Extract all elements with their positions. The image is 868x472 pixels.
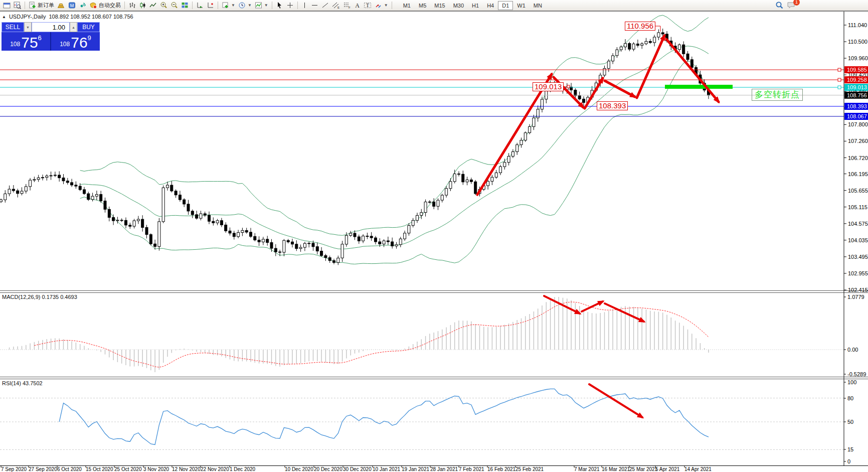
timeframe-MN[interactable]: MN [530, 1, 546, 10]
svg-text:106.195: 106.195 [848, 171, 868, 177]
trend-arrow[interactable] [554, 77, 583, 107]
zoom-in-icon[interactable] [158, 1, 169, 10]
mql-community-icon[interactable]: M [67, 1, 77, 10]
svg-text:16 Mar 2021: 16 Mar 2021 [602, 466, 630, 472]
svg-text:28 Jan 2021: 28 Jan 2021 [430, 466, 458, 472]
toolbar: 新订单 M 自动交易 ▼ ▼ ▼ E F A T ▼ M1M5M15M30H1H… [0, 0, 868, 11]
svg-text:6 Oct 2020: 6 Oct 2020 [57, 466, 82, 472]
arrows-tool[interactable]: ▼ [373, 1, 390, 10]
timeframe-M1[interactable]: M1 [399, 1, 415, 10]
turning-point-label[interactable]: 多空转折点 [752, 89, 803, 101]
timeframe-M5[interactable]: M5 [415, 1, 430, 10]
svg-text:104.035: 104.035 [848, 237, 868, 243]
green-highlight-bar[interactable] [665, 85, 733, 89]
timeframe-H4[interactable]: H4 [483, 1, 498, 10]
buy-button[interactable]: BUY [77, 22, 100, 32]
svg-text:E: E [337, 6, 339, 9]
gold-icon[interactable] [56, 1, 67, 10]
trend-arrow[interactable] [582, 301, 603, 311]
svg-text:107.800: 107.800 [848, 121, 868, 127]
separator [218, 2, 218, 9]
sell-price-point: 6 [38, 34, 42, 42]
annotation-price-label[interactable]: 109.013 [533, 82, 564, 91]
fibonacci-tool[interactable]: F [341, 1, 353, 10]
autotrade-button[interactable]: 自动交易 [88, 1, 122, 10]
trend-arrow[interactable] [666, 39, 719, 102]
annotation-price-label[interactable]: 108.393 [597, 101, 628, 110]
rsi-indicator-label: RSI(14) 43.7502 [2, 380, 43, 386]
chart-canvas[interactable]: 111.040110.500109.960109.420108.880108.3… [0, 0, 868, 472]
svg-text:12 Nov 2020: 12 Nov 2020 [172, 466, 201, 472]
buy-price-point: 9 [88, 34, 91, 42]
line-handle[interactable] [838, 68, 841, 71]
new-order-button[interactable]: 新订单 [27, 1, 56, 10]
svg-text:14 Apr 2021: 14 Apr 2021 [684, 466, 712, 472]
search-icon[interactable] [775, 1, 784, 10]
svg-text:10 Dec 2020: 10 Dec 2020 [285, 466, 313, 472]
annotation-price-label[interactable]: 110.956 [625, 22, 655, 31]
sell-price-figure: 108 [10, 41, 20, 48]
indicators-button[interactable]: ▼ [253, 1, 270, 10]
buy-price[interactable]: 108 76 9 [51, 32, 100, 51]
zoom-out-icon[interactable] [169, 1, 180, 10]
line-handle[interactable] [838, 78, 841, 81]
timeframe-M15[interactable]: M15 [430, 1, 449, 10]
svg-text:-0.5289: -0.5289 [847, 371, 866, 377]
svg-text:16 Feb 2021: 16 Feb 2021 [487, 466, 516, 472]
svg-text:102.955: 102.955 [848, 270, 868, 276]
svg-text:105.115: 105.115 [848, 204, 867, 210]
cursor-tool[interactable] [274, 1, 285, 10]
trend-arrow[interactable] [605, 81, 635, 97]
svg-text:T: T [366, 3, 369, 8]
collapse-icon[interactable]: ▲ [2, 15, 6, 19]
trend-arrow[interactable] [589, 384, 642, 417]
timeframe-D1[interactable]: D1 [498, 1, 513, 10]
new-chart-icon [222, 2, 229, 9]
bar-chart-icon[interactable] [127, 1, 137, 10]
chart-preview-icon[interactable] [12, 1, 23, 10]
window-icon[interactable] [2, 1, 12, 10]
toolbar-right: 1 [775, 1, 866, 10]
bollinger-mid [80, 46, 709, 249]
candlestick-chart-icon[interactable] [137, 1, 148, 10]
timeframe-W1[interactable]: W1 [513, 1, 530, 10]
chart-shift-icon[interactable] [205, 1, 216, 10]
new-chart-button[interactable]: ▼ [220, 1, 237, 10]
svg-text:10 Jan 2021: 10 Jan 2021 [373, 466, 400, 472]
period-button[interactable]: ▼ [237, 1, 253, 10]
line-handle[interactable] [838, 86, 841, 89]
svg-text:25 Oct 2020: 25 Oct 2020 [114, 466, 142, 472]
notifications-icon[interactable]: 1 [787, 1, 796, 10]
chevron-down-icon: ▼ [264, 3, 268, 8]
tile-windows-icon[interactable] [180, 1, 190, 10]
text-label-tool[interactable]: T [362, 1, 373, 10]
volume-input[interactable]: 1.00 [32, 22, 70, 32]
trend-arrow[interactable] [477, 74, 552, 195]
svg-text:80: 80 [847, 395, 853, 401]
sell-price[interactable]: 108 75 6 [2, 32, 50, 51]
svg-text:22 Nov 2020: 22 Nov 2020 [201, 466, 229, 472]
macd-indicator-label: MACD(12,26,9) 0.1735 0.4693 [2, 294, 77, 300]
trend-arrow[interactable] [544, 296, 580, 313]
svg-text:25 Mar 2021: 25 Mar 2021 [629, 466, 658, 472]
volume-up-button[interactable]: ▲ [70, 22, 77, 32]
trendline-tool[interactable] [320, 1, 330, 10]
signals-icon[interactable] [77, 1, 88, 10]
buy-price-figure: 108 [60, 41, 70, 48]
volume-down-button[interactable]: ▼ [24, 22, 32, 32]
svg-text:109.258: 109.258 [847, 77, 867, 83]
horizontal-line-tool[interactable] [309, 1, 320, 10]
svg-text:19 Jan 2021: 19 Jan 2021 [402, 466, 429, 472]
vertical-line-tool[interactable] [300, 1, 309, 10]
timeframe-H1[interactable]: H1 [468, 1, 483, 10]
crosshair-tool[interactable] [285, 1, 295, 10]
timeframe-M30[interactable]: M30 [449, 1, 468, 10]
text-tool[interactable]: A [353, 1, 362, 10]
svg-text:102.415: 102.415 [848, 287, 868, 293]
svg-text:100: 100 [847, 379, 856, 385]
channel-tool[interactable]: E [330, 1, 341, 10]
chevron-down-icon: ▼ [384, 3, 388, 8]
autoscroll-icon[interactable] [195, 1, 205, 10]
line-chart-icon[interactable] [148, 1, 158, 10]
sell-button[interactable]: SELL [2, 22, 24, 32]
